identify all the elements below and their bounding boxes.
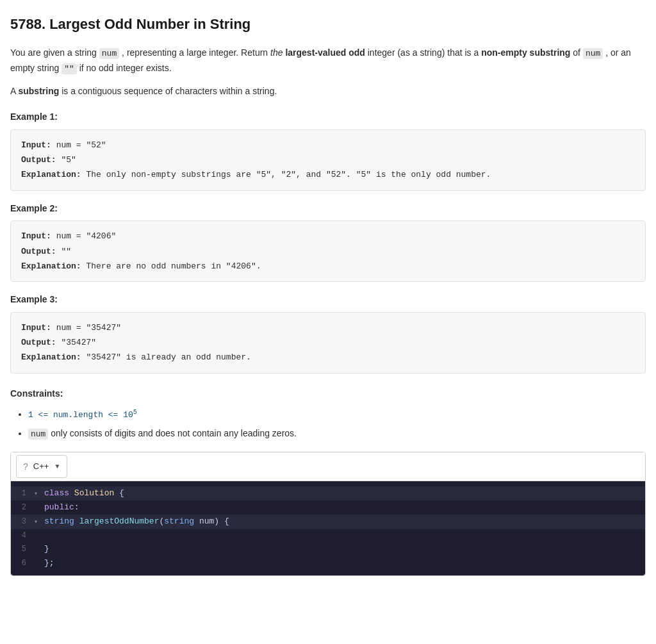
bold-non-empty: non-empty substring [481,47,570,58]
line-content-2: public: [43,500,645,515]
constraint-item-2: num only consists of digits and does not… [28,426,646,442]
desc-part2: integer (as a string) that is a [368,47,481,58]
line-number-4: 4 [11,529,34,542]
line-arrow-6 [34,556,43,570]
line-content-6: }; [43,556,645,570]
example-1-title: Example 1: [10,110,646,124]
substring-description: A substring is a contiguous sequence of … [10,84,646,99]
constraint-2-text: only consists of digits and does not con… [51,428,297,438]
example-3-output: Output: "35427" [21,335,635,350]
page-title: 5788. Largest Odd Number in String [10,13,646,35]
dropdown-arrow-icon: ▼ [54,461,60,472]
example-3-input: Input: num = "35427" [21,320,635,335]
problem-description: You are given a string num , representin… [10,45,646,76]
line-number-1: 1 [11,486,34,500]
line-arrow-4 [34,529,43,542]
question-icon: ? [23,459,28,474]
code-line-5: 5 } [11,542,645,556]
line-arrow-1: ▾ [34,486,43,500]
line-arrow-5 [34,542,43,556]
line-content-5: } [43,542,645,556]
bold-largest-odd: largest-valued odd [285,47,365,58]
num-code-1: num [99,48,119,59]
code-line-4: 4 [11,529,645,542]
line-arrow-2 [34,500,43,515]
examples-section: Example 1: Input: num = "52" Output: "5"… [10,110,646,374]
editor-wrapper: ? C++ ▼ 1 ▾ class Solution { 2 public: 3… [10,452,646,576]
example-3-title: Example 3: [10,292,646,306]
language-label: C++ [33,460,49,474]
line-content-3: string largestOddNumber(string num) { [43,515,645,529]
code-line-2: 2 public: [11,500,645,515]
constraint-1-sup: 5 [133,409,137,416]
empty-code: "" [62,63,77,74]
line-arrow-3: ▾ [34,515,43,529]
line-number-3: 3 [11,515,34,529]
example-2-explanation: Explanation: There are no odd numbers in… [21,259,635,274]
line-content-4 [43,529,645,542]
example-1-box: Input: num = "52" Output: "5" Explanatio… [10,129,646,191]
code-line-6: 6 }; [11,556,645,570]
line-number-2: 2 [11,500,34,515]
example-1-input: Input: num = "52" [21,138,635,153]
desc-part3: of [573,47,583,58]
substring-desc: is a contiguous sequence of characters w… [62,86,277,96]
example-2-input: Input: num = "4206" [21,229,635,244]
desc-part1: , representing a large integer. Return [122,47,268,58]
the-text: the [270,47,283,58]
desc-intro: You are given a string [10,47,97,58]
code-line-1: 1 ▾ class Solution { [11,486,645,500]
language-selector[interactable]: ? C++ ▼ [16,455,67,478]
code-line-3: 3 ▾ string largestOddNumber(string num) … [11,515,645,529]
code-editor[interactable]: 1 ▾ class Solution { 2 public: 3 ▾ strin… [11,481,645,575]
example-1-explanation: Explanation: The only non-empty substrin… [21,167,635,182]
constraints-title: Constraints: [10,386,646,400]
substring-bold: substring [18,86,59,96]
line-number-6: 6 [11,556,34,570]
constraint-item-1: 1 <= num.length <= 105 [28,407,646,422]
constraints-list: 1 <= num.length <= 105 num only consists… [10,407,646,442]
example-3-box: Input: num = "35427" Output: "35427" Exp… [10,312,646,374]
example-3-explanation: Explanation: "35427" is already an odd n… [21,350,635,365]
line-content-1: class Solution { [43,486,645,500]
desc-part5: if no odd integer exists. [79,63,172,73]
line-number-5: 5 [11,542,34,556]
editor-toolbar: ? C++ ▼ [11,452,645,481]
constraint-2-code: num [28,429,48,440]
example-2-title: Example 2: [10,201,646,215]
substring-intro: A [10,86,16,96]
example-1-output: Output: "5" [21,153,635,167]
example-2-box: Input: num = "4206" Output: "" Explanati… [10,220,646,282]
num-code-2: num [583,48,603,59]
example-2-output: Output: "" [21,244,635,259]
constraint-1-code: 1 <= num.length <= 105 [28,410,137,420]
